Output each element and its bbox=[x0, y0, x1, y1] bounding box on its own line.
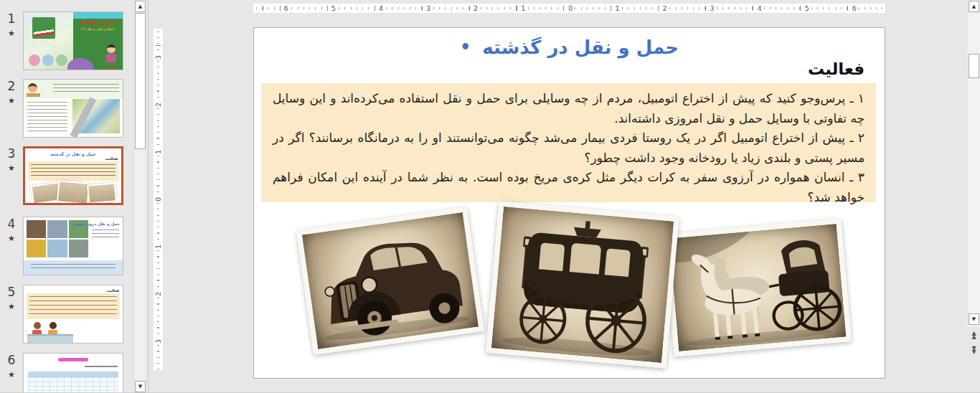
slide-number: 2 bbox=[3, 79, 20, 93]
ruler-label: 2 bbox=[155, 101, 162, 108]
thumb3-heading: فعالیت bbox=[105, 156, 118, 161]
sidebar-thumbnail-slide-6[interactable] bbox=[23, 353, 123, 393]
activity-heading[interactable]: فعالیت bbox=[808, 60, 864, 78]
thumb6-pink-title bbox=[58, 358, 88, 361]
ruler-label: 0 bbox=[567, 5, 574, 12]
ruler-label: 2 bbox=[155, 290, 162, 298]
vertical-ruler: 3210123 bbox=[154, 29, 163, 370]
horse-drawn-carriage-photo[interactable] bbox=[664, 219, 852, 357]
thumb1-boy-character bbox=[105, 44, 118, 67]
thumb2-text-lines bbox=[27, 102, 67, 132]
slide-4-meta: 4 ★ bbox=[3, 217, 20, 243]
next-slide-button[interactable]: ▼ ▼ bbox=[969, 343, 979, 356]
thumb5-activity-box bbox=[27, 293, 120, 319]
panel-divider bbox=[148, 0, 149, 393]
thumb4-bottom-band bbox=[24, 260, 123, 275]
slide-number: 3 bbox=[3, 146, 20, 161]
sidebar-thumbnail-slide-1[interactable]: درس ششم راه‌ها و حمل و نقل (۱) bbox=[23, 11, 123, 70]
thumbnail-panel-scrollbar[interactable]: ▲ ▼ bbox=[133, 0, 146, 393]
slide-title-textbox[interactable]: • حمل و نقل در گذشته bbox=[254, 37, 885, 58]
thumb6-table-grid bbox=[28, 377, 118, 393]
ruler-label: 6 bbox=[851, 5, 858, 12]
bullet-icon: • bbox=[460, 37, 471, 57]
thumb2-kid-character bbox=[28, 83, 37, 93]
thumbnail-scroll-down-button[interactable]: ▼ bbox=[135, 381, 146, 392]
sidebar-thumbnail-slide-5[interactable]: فعالیت bbox=[23, 285, 123, 344]
slide-number: 4 bbox=[3, 217, 20, 231]
arrow-up-icon: ▲ bbox=[138, 4, 142, 9]
thumb5-kid-character bbox=[32, 322, 42, 335]
slide-canvas[interactable]: • حمل و نقل در گذشته فعالیت ۱ ـ پرس‌وجو … bbox=[253, 27, 885, 379]
scrollbar-track[interactable] bbox=[968, 0, 980, 326]
ruler-label: 3 bbox=[709, 5, 716, 12]
slide-6-meta: 6 ★ bbox=[3, 353, 20, 379]
thumb2-town-map-image bbox=[72, 99, 120, 133]
slide-1-meta: 1 ★ bbox=[3, 11, 20, 38]
arrow-down-icon: ▼ bbox=[972, 316, 976, 322]
ruler-label: 3 bbox=[155, 338, 162, 345]
thumb6-table-header bbox=[28, 371, 118, 377]
sidebar-thumbnail-slide-3-selected[interactable]: حمل و نقل در گذشته فعالیت bbox=[23, 146, 123, 205]
ruler-label: 1 bbox=[155, 148, 162, 156]
slide-number: 1 bbox=[3, 11, 20, 26]
scrollbar-thumb[interactable] bbox=[969, 54, 979, 78]
slide-number: 6 bbox=[3, 353, 20, 367]
vintage-automobile-photo[interactable] bbox=[296, 207, 484, 355]
thumb1-title: درس ششم bbox=[73, 18, 123, 25]
horse-carriage-illustration bbox=[669, 224, 847, 351]
arrow-up-icon: ▲ bbox=[972, 4, 976, 9]
slide-number: 5 bbox=[3, 285, 20, 299]
scroll-down-button[interactable]: ▼ bbox=[969, 313, 979, 325]
ruler-label: 1 bbox=[155, 243, 162, 250]
thumbnail-scrollbar-thumb[interactable] bbox=[135, 13, 146, 149]
main-vertical-scrollbar[interactable]: ▲ ▼ ▲ ▲ ▼ ▼ bbox=[968, 0, 980, 393]
ruler-label: 1 bbox=[519, 5, 527, 12]
thumb3-photo bbox=[87, 182, 117, 204]
thumb3-activity-box bbox=[28, 161, 118, 181]
ruler-label: 5 bbox=[330, 5, 337, 12]
double-arrow-up-icon: ▲ bbox=[971, 335, 976, 338]
thumb1-subtitle: راه‌ها و حمل و نقل (۱) bbox=[73, 27, 123, 31]
thumb5-kid-character bbox=[48, 322, 57, 335]
application-window: 1 ★ درس ششم راه‌ها و حمل و نقل (۱) 2 ★ bbox=[0, 0, 980, 393]
slide-3-meta: 3 ★ bbox=[3, 146, 20, 173]
animation-star-icon: ★ bbox=[3, 164, 20, 173]
slide-title-text: حمل و نقل در گذشته bbox=[482, 37, 679, 58]
slide-2-meta: 2 ★ bbox=[3, 79, 20, 105]
scroll-up-button[interactable]: ▲ bbox=[969, 1, 979, 12]
thumb1-book-graphic bbox=[32, 17, 55, 47]
ruler-label: 2 bbox=[661, 5, 668, 12]
ornate-carriage-illustration bbox=[491, 207, 674, 363]
ruler-label: 3 bbox=[425, 5, 432, 12]
ruler-label: 4 bbox=[377, 5, 385, 12]
animation-star-icon: ★ bbox=[3, 234, 20, 243]
thumb1-hill-graphic bbox=[67, 58, 93, 70]
sidebar-thumbnail-slide-4[interactable]: حمل و نقل درون شهری bbox=[23, 217, 123, 275]
thumb2-text-lines bbox=[53, 84, 119, 95]
thumbnail-scroll-up-button[interactable]: ▲ bbox=[135, 1, 146, 12]
thumb2-desk-graphic bbox=[27, 93, 40, 97]
thumb3-title: حمل و نقل در گذشته bbox=[25, 151, 121, 156]
slide-5-meta: 5 ★ bbox=[3, 285, 20, 311]
ruler-label: 4 bbox=[756, 5, 763, 12]
activity-textbox[interactable]: ۱ ـ پرس‌وجو کنید که پیش از اختراع اتومبی… bbox=[261, 83, 876, 202]
previous-slide-button[interactable]: ▲ ▲ bbox=[969, 328, 979, 341]
thumb1-circle-photo bbox=[56, 55, 67, 66]
thumb1-title-panel: درس ششم راه‌ها و حمل و نقل (۱) bbox=[73, 12, 123, 70]
ruler-label: 5 bbox=[804, 5, 811, 12]
double-arrow-down-icon: ▼ bbox=[971, 350, 976, 354]
animation-star-icon: ★ bbox=[3, 370, 20, 379]
animation-star-icon: ★ bbox=[3, 302, 20, 311]
thumb1-circle-photo bbox=[42, 55, 54, 66]
thumb1-circle-photo bbox=[29, 55, 40, 66]
arrow-down-icon: ▼ bbox=[138, 384, 142, 389]
ruler-label: 1 bbox=[613, 5, 621, 12]
sidebar-thumbnail-slide-2[interactable] bbox=[23, 79, 123, 138]
ruler-label: 6 bbox=[283, 5, 290, 12]
activity-item-1: ۱ ـ پرس‌وجو کنید که پیش از اختراع اتومبی… bbox=[273, 89, 864, 128]
activity-item-3: ۳ ـ انسان همواره در آرزوی سفر به کرات دی… bbox=[273, 168, 864, 207]
vintage-automobile-illustration bbox=[302, 212, 479, 349]
ornate-carriage-photo[interactable] bbox=[486, 201, 679, 368]
thumb5-heading: فعالیت bbox=[107, 288, 119, 293]
animation-star-icon: ★ bbox=[3, 29, 20, 38]
